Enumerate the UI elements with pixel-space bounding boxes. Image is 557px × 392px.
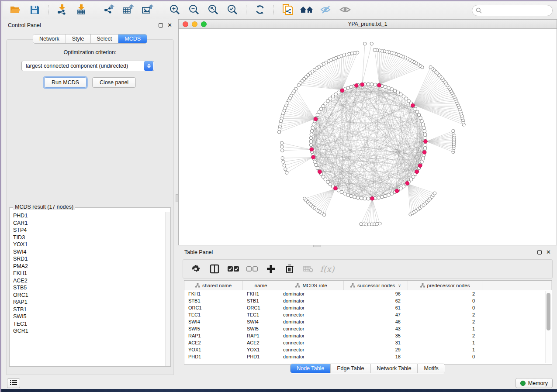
network-window-title: YPA_prune.txt_1: [348, 21, 387, 27]
table-scrollbar-thumb[interactable]: [547, 293, 550, 330]
zoom-out-button[interactable]: [186, 3, 202, 17]
table-row[interactable]: FKH1FKH1dominator962: [184, 290, 552, 297]
tab-mcds[interactable]: MCDS: [118, 34, 147, 43]
table-tab-node-table[interactable]: Node Table: [291, 364, 331, 373]
table-row[interactable]: ORC1ORC1dominator610: [184, 304, 552, 311]
column-header-filler: [482, 281, 552, 290]
mcds-result-item[interactable]: FKH1: [13, 270, 164, 277]
select-all-checkboxes-icon[interactable]: [228, 263, 239, 275]
tab-select[interactable]: Select: [91, 34, 119, 43]
memory-button[interactable]: Memory: [515, 378, 553, 388]
settings-gear-icon[interactable]: [190, 263, 201, 275]
close-panel-icon[interactable]: ✕: [167, 23, 172, 28]
table-panel: Table Panel ✕ f(x) shared namenameMCDS r…: [178, 247, 557, 377]
table-row[interactable]: STB1STB1dominator620: [184, 297, 552, 304]
mcds-result-item[interactable]: STB5: [13, 284, 164, 292]
table-row[interactable]: RAP1RAP1dominator352: [184, 332, 552, 339]
table-tab-motifs[interactable]: Motifs: [418, 364, 444, 373]
save-button[interactable]: [26, 3, 43, 17]
network-canvas[interactable]: [179, 29, 557, 245]
column-header-MCDS-role[interactable]: MCDS role: [279, 281, 344, 290]
table-cell: 62: [344, 297, 408, 304]
table-tabs: Node TableEdge TableNetwork TableMotifs: [290, 364, 445, 373]
table-tab-edge-table[interactable]: Edge Table: [331, 364, 370, 373]
network-window-titlebar[interactable]: YPA_prune.txt_1: [179, 20, 557, 29]
toolbar-separator: [48, 5, 48, 16]
task-history-button[interactable]: [7, 378, 20, 388]
mcds-result-item[interactable]: TEC1: [13, 320, 164, 328]
export-table-button[interactable]: [120, 3, 136, 17]
control-panel-tabs: NetworkStyleSelectMCDS: [33, 34, 147, 44]
column-header-successor-nodes[interactable]: successor nodes∨: [344, 281, 408, 290]
mcds-result-item[interactable]: TID3: [13, 234, 164, 241]
hide-selected-button[interactable]: [318, 3, 334, 17]
mcds-result-item[interactable]: ACE2: [13, 277, 164, 285]
mcds-result-item[interactable]: GCR1: [13, 327, 164, 335]
table-cell: 43: [344, 325, 408, 332]
unselect-all-checkboxes-icon[interactable]: [246, 263, 258, 275]
mcds-result-item[interactable]: PHD1: [13, 212, 164, 220]
clone-network-button[interactable]: [279, 3, 296, 17]
column-header-shared-name[interactable]: shared name: [184, 281, 243, 290]
zoom-selected-button[interactable]: [224, 3, 241, 17]
float-panel-icon[interactable]: [159, 23, 163, 28]
mcds-result-item[interactable]: YOX1: [13, 241, 164, 248]
show-column-icon[interactable]: [209, 263, 220, 275]
tab-style[interactable]: Style: [66, 34, 91, 43]
zoom-in-button[interactable]: [166, 3, 183, 17]
table-row[interactable]: ACE2ACE2connector311: [184, 339, 552, 346]
delete-table-icon[interactable]: [303, 263, 314, 275]
mcds-result-item[interactable]: STB1: [13, 306, 164, 313]
table-cell: 29: [344, 346, 408, 353]
import-table-icon: [76, 4, 87, 17]
mcds-result-item[interactable]: SWI4: [13, 248, 164, 256]
table-row[interactable]: PHD1PHD1dominator180: [184, 353, 552, 360]
table-cell: dominator: [279, 353, 344, 360]
main-toolbar: [3, 2, 557, 19]
float-table-panel-icon[interactable]: [537, 250, 542, 254]
table-tab-network-table[interactable]: Network Table: [371, 364, 418, 373]
import-network-button[interactable]: [54, 3, 70, 17]
function-builder-icon[interactable]: f(x): [322, 263, 333, 275]
export-network-button[interactable]: [100, 3, 117, 17]
window-close-button[interactable]: [183, 21, 188, 27]
column-header-predecessor-nodes[interactable]: predecessor nodes: [408, 281, 482, 290]
table-cell-filler: [482, 318, 552, 325]
table-cell: SWI4: [184, 318, 243, 325]
table-row[interactable]: SWI4SWI4dominator462: [184, 318, 552, 325]
mcds-result-item[interactable]: CAR1: [13, 220, 164, 227]
window-maximize-button[interactable]: [201, 21, 207, 27]
table-row[interactable]: TEC1TEC1connector472: [184, 311, 552, 318]
import-table-button[interactable]: [73, 3, 90, 17]
mcds-result-item[interactable]: RAP1: [13, 299, 164, 306]
mcds-result-item[interactable]: ORC1: [13, 292, 164, 299]
table-row[interactable]: SWI5SWI5connector431: [184, 325, 552, 332]
run-mcds-button[interactable]: Run MCDS: [44, 77, 86, 88]
column-header-name[interactable]: name: [243, 281, 279, 290]
table-cell: connector: [279, 339, 344, 346]
open-file-button[interactable]: [7, 3, 24, 17]
close-table-panel-icon[interactable]: ✕: [546, 250, 551, 254]
mcds-result-item[interactable]: SRD1: [13, 255, 164, 263]
table-cell: ORC1: [184, 304, 243, 311]
tab-network[interactable]: Network: [33, 34, 66, 43]
table-row[interactable]: YOX1YOX1connector291: [184, 346, 552, 353]
window-minimize-button[interactable]: [192, 21, 197, 27]
show-all-button[interactable]: [337, 3, 353, 17]
table-cell: SWI5: [243, 325, 279, 332]
add-column-icon[interactable]: [265, 263, 277, 275]
optimization-criterion-dropdown[interactable]: largest connected component (undirected): [21, 61, 154, 71]
first-neighbors-button[interactable]: [298, 3, 315, 17]
search-input[interactable]: [472, 5, 553, 16]
refresh-button[interactable]: [252, 3, 268, 17]
zoom-fit-button[interactable]: [205, 3, 221, 17]
table-scrollbar[interactable]: [545, 291, 551, 363]
export-image-button[interactable]: [139, 3, 156, 17]
mcds-result-item[interactable]: PMA2: [13, 263, 164, 270]
mcds-result-item[interactable]: SWI5: [13, 313, 164, 320]
mcds-list-scrollbar[interactable]: [165, 212, 170, 366]
table-body: FKH1FKH1dominator962STB1STB1dominator620…: [184, 290, 552, 360]
mcds-result-item[interactable]: STP4: [13, 227, 164, 234]
delete-column-icon[interactable]: [284, 263, 295, 275]
close-panel-button[interactable]: Close panel: [92, 77, 136, 88]
